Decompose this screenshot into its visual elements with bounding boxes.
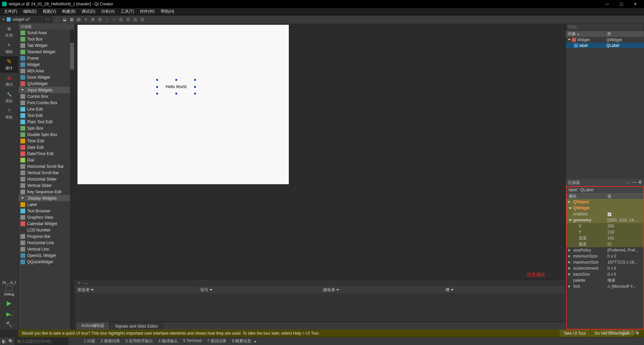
menu-item[interactable]: 工具(T) [118,8,137,15]
mode-design[interactable]: ✎设计 [0,56,18,73]
menu-item[interactable]: 文件(F) [1,8,20,15]
toolbar-button[interactable]: ▦ [69,16,75,22]
widget-item[interactable]: Stacked Widget [18,49,74,55]
prop-category[interactable]: QWidget [567,205,643,211]
widget-item[interactable]: OpenGL Widget [18,252,74,259]
close-sidebar-icon[interactable]: ◧ [2,339,6,344]
config-prop-button[interactable]: ⚙ [638,180,642,186]
toolbar-button[interactable]: ⊟ [97,16,103,22]
prop-row[interactable]: sizePolicy[Preferred, Pref... [567,247,643,253]
widget-item[interactable]: Calendar Widget [18,220,74,227]
toolbar-button[interactable]: ⊡ [139,16,145,22]
editor-tab[interactable]: Signals and Slots Editor [110,323,163,330]
widget-item[interactable]: Dial [18,157,74,163]
widget-item[interactable]: Dock Widget [18,74,74,80]
widget-item[interactable]: Vertical Line [18,246,74,252]
widget-box-filter[interactable]: 过滤器 [18,23,74,29]
mode-edit[interactable]: ✎编辑 [0,40,18,56]
widget-item[interactable]: Tab Widget [18,42,74,49]
checkbox-icon[interactable]: ✓ [607,212,611,216]
widget-item[interactable]: QAxWidget [18,80,74,87]
prop-row[interactable]: 高度51 [567,241,643,247]
object-tree[interactable]: WidgetQWidgetlabelQLabel [566,37,644,179]
toolbar-button[interactable]: ⬚ [55,16,61,22]
widget-item[interactable]: Font Combo Box [18,99,74,106]
remove-prop-button[interactable]: — [632,180,636,186]
debug-run-button[interactable]: ▶● [0,309,18,319]
widget-item[interactable]: Frame [18,55,74,61]
widget-item[interactable]: Spin Box [18,125,74,131]
prop-row[interactable]: baseSize0 x 0 [567,271,643,277]
widget-item[interactable]: Plain Text Edit [18,119,74,125]
prop-row[interactable]: fontA[Microsoft Y... [567,283,643,289]
label-widget[interactable]: Hello World [157,80,195,93]
widget-item[interactable]: Horizontal Line [18,239,74,246]
prop-category[interactable]: QObject [567,199,643,205]
kit-selector[interactable]: 24_...d_1 Debug [0,281,18,297]
toolbar-button[interactable]: ⋮ [104,16,110,22]
menu-item[interactable]: 编辑(E) [20,8,39,15]
output-pane-tab[interactable]: 3 应用程序输出 [123,338,155,344]
widget-item[interactable]: QQuickWidget [18,259,74,265]
signal-col-header[interactable]: 槽 [443,286,566,293]
menu-item[interactable]: 帮助(H) [158,8,177,15]
signal-col-header[interactable]: 接收者 [320,286,443,293]
prop-row[interactable]: 宽度141 [567,235,643,241]
toolbar-button[interactable]: ≡ [83,16,89,22]
widget-item[interactable]: Label [18,201,74,208]
menu-item[interactable]: 调试(D) [79,8,98,15]
mode-bug[interactable]: 🐞调试 [0,73,18,89]
signal-col-header[interactable]: 发送者 [75,286,198,293]
prop-row[interactable]: palette继承 [567,277,643,283]
widget-category[interactable]: Display Widgets [18,195,74,201]
output-pane-tab[interactable]: 2 搜索结果 [99,338,122,344]
widget-item[interactable]: Line Edit [18,106,74,112]
widget-category[interactable]: Input Widgets [18,87,74,93]
widget-item[interactable]: Scroll Area [18,29,74,36]
prop-row[interactable]: sizeIncrement0 x 0 [567,265,643,271]
widget-box-scrollbar[interactable] [70,29,74,330]
editor-tab[interactable]: Action编辑器 [76,322,109,330]
locator-input[interactable] [15,338,68,345]
close-button[interactable]: ✕ [629,1,642,7]
widget-item[interactable]: Combo Box [18,93,74,99]
widget-item[interactable]: Date/Time Edit [18,150,74,157]
widget-item[interactable]: LCD Number [18,227,74,233]
class-col-header[interactable]: 类 [605,31,644,37]
build-button[interactable]: 🔨 [0,319,18,330]
prop-row[interactable]: Y210 [567,229,643,235]
widget-item[interactable]: Time Edit [18,138,74,144]
widget-item[interactable]: Text Browser [18,208,74,214]
toolbar-button[interactable]: ⊡ [118,16,124,22]
prop-row[interactable]: maximumSize16777215 x 16... [567,259,643,265]
prop-row[interactable]: enabled✓ [567,211,643,217]
prop-name-header[interactable]: 属性 [567,193,605,199]
toolbar-button[interactable]: ⊡ [132,16,138,22]
toolbar-button[interactable]: ▤ [76,16,82,22]
output-pane-tab[interactable]: 7 测试结果 [205,338,228,344]
widget-item[interactable]: Date Edit [18,144,74,150]
mode-wrench[interactable]: 🔧项目 [0,89,18,106]
toolbar-button[interactable]: ⊞ [90,16,96,22]
widget-item[interactable]: Text Edit [18,112,74,119]
toolbar-button[interactable]: ⊡ [125,16,131,22]
widget-item[interactable]: Horizontal Scroll Bar [18,163,74,169]
file-tab[interactable]: ▾ widget.ui* ▾ × [0,16,53,23]
object-col-header[interactable]: 对象▲ [566,31,605,37]
minimize-button[interactable]: — [600,1,614,7]
prop-value-header[interactable]: 值 [605,193,643,199]
menu-item[interactable]: 分析(A) [99,8,117,15]
take-tour-button[interactable]: Take UI Tour [560,330,590,337]
menu-item[interactable]: 控件(W) [137,8,157,15]
output-pane-tab[interactable]: 5 Terminal [181,338,204,344]
widget-item[interactable]: Horizontal Slider [18,176,74,182]
widget-item[interactable]: MDI Area [18,68,74,74]
toolbar-button[interactable]: ⬓ [62,16,68,22]
output-pane-tab[interactable]: 1 问题 [82,338,97,344]
remove-signal-button[interactable]: — [84,280,88,286]
widget-item[interactable]: Vertical Scroll Bar [18,169,74,176]
add-signal-button[interactable]: ＋ [77,280,82,286]
prop-row[interactable]: X300 [567,223,643,229]
widget-item[interactable]: Progress Bar [18,233,74,239]
widget-item[interactable]: Vertical Slider [18,182,74,189]
